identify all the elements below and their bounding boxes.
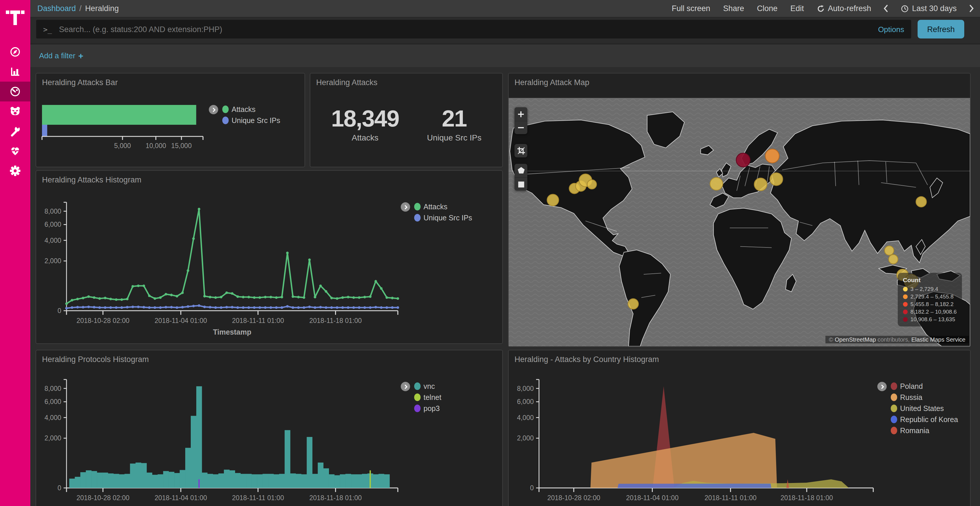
svg-text:2018-11-04 01:00: 2018-11-04 01:00 [154, 317, 207, 324]
bear-icon [10, 106, 21, 117]
legend-item[interactable]: Attacks [414, 201, 472, 212]
svg-text:5,000: 5,000 [114, 142, 131, 149]
add-filter-link[interactable]: Add a filter + [39, 51, 83, 60]
protocols-histogram-chart: 02,0004,0006,0008,0002018-10-28 02:00201… [36, 351, 503, 506]
share-button[interactable]: Share [717, 4, 751, 13]
legend-item[interactable]: Romania [891, 425, 958, 436]
svg-text:4,000: 4,000 [45, 237, 61, 244]
chart-legend: AttacksUnique Src IPs [209, 104, 280, 126]
sidebar-item-dashboard[interactable] [0, 82, 30, 102]
legend-expand-button[interactable] [209, 105, 218, 114]
chart-legend: vnctelnetpop3 [401, 381, 441, 414]
sidebar-item-visualize[interactable] [0, 62, 30, 82]
panel-title: Heralding Attacks Bar [42, 78, 118, 87]
draw-polygon-button[interactable] [514, 164, 527, 177]
svg-text:2018-11-04 01:00: 2018-11-04 01:00 [626, 494, 679, 501]
sidebar-item-discover[interactable] [0, 42, 30, 62]
legend-color-dot [414, 382, 421, 390]
sidebar-item-devtools[interactable] [0, 121, 30, 141]
edit-button[interactable]: Edit [784, 4, 811, 13]
legend-item[interactable]: Poland [891, 381, 958, 392]
refresh-button[interactable]: Refresh [918, 20, 964, 38]
time-back-button[interactable] [878, 4, 894, 13]
search-box: >_ Options [36, 20, 911, 38]
svg-text:15,000: 15,000 [171, 142, 192, 149]
metric-label: Attacks [331, 133, 399, 142]
search-input[interactable] [58, 24, 872, 34]
legend-item[interactable]: pop3 [414, 403, 441, 414]
breadcrumb-dashboard-link[interactable]: Dashboard [37, 4, 76, 13]
legend-color-dot [891, 404, 897, 412]
map-draw-controls [514, 164, 527, 190]
terminal-prompt-icon: >_ [43, 25, 52, 33]
svg-text:8,000: 8,000 [45, 385, 61, 392]
heartbeat-icon [10, 145, 21, 157]
legend-item[interactable]: telnet [414, 392, 441, 403]
panel-attack-map: Heralding Attack Map [508, 73, 970, 347]
world-map[interactable]: Count 3 – 2,729.42,729.4 – 5,455.85,455.… [509, 98, 970, 346]
map-legend-item: 2,729.4 – 5,455.8 [903, 293, 957, 300]
legend-item[interactable]: vnc [414, 381, 441, 392]
svg-text:6,000: 6,000 [45, 220, 61, 228]
svg-text:2,000: 2,000 [45, 434, 61, 442]
svg-text:2,000: 2,000 [517, 434, 534, 442]
clone-button[interactable]: Clone [751, 4, 784, 13]
openstreetmap-link[interactable]: OpenStreetMap [835, 336, 876, 343]
time-range-picker[interactable]: Last 30 days [894, 4, 963, 13]
panel-attacks-histogram: Heralding Attacks Histogram 02,0004,0006… [36, 170, 503, 344]
legend-item[interactable]: Attacks [222, 104, 280, 115]
map-legend-item: 10,908.6 – 13,635 [903, 316, 957, 323]
panel-title: Heralding Attack Map [514, 78, 589, 87]
sidebar-item-monitoring[interactable] [0, 141, 30, 161]
svg-text:2018-11-04 01:00: 2018-11-04 01:00 [154, 494, 207, 501]
zoom-in-button[interactable] [514, 107, 527, 121]
metric-attacks: 18,349 Attacks [331, 106, 399, 142]
legend-color-dot [414, 214, 421, 222]
svg-text:0: 0 [530, 484, 534, 492]
attack-location-bubble [547, 194, 559, 206]
map-legend-color-dot [903, 317, 908, 322]
svg-text:2018-10-28 02:00: 2018-10-28 02:00 [76, 494, 129, 501]
legend-expand-button[interactable] [401, 202, 410, 212]
full-screen-button[interactable]: Full screen [665, 4, 717, 13]
legend-color-dot [891, 416, 897, 423]
options-link[interactable]: Options [878, 25, 904, 33]
metric-label: Unique Src IPs [427, 133, 482, 142]
auto-refresh-button[interactable]: Auto-refresh [810, 4, 878, 13]
svg-text:2018-11-11 01:00: 2018-11-11 01:00 [232, 494, 284, 501]
zoom-out-button[interactable] [514, 121, 527, 134]
attack-location-bubble [885, 246, 894, 255]
svg-text:0: 0 [57, 307, 61, 314]
attack-location-bubble [916, 197, 926, 207]
sidebar-item-management[interactable] [0, 161, 30, 181]
sidebar-item-honeypot[interactable] [0, 102, 30, 121]
bar-chart-icon [10, 66, 21, 78]
svg-text:2018-11-11 01:00: 2018-11-11 01:00 [232, 317, 284, 324]
legend-expand-button[interactable] [401, 382, 410, 391]
legend-expand-button[interactable] [877, 382, 887, 391]
legend-item[interactable]: United States [891, 403, 958, 414]
legend-item[interactable]: Republic of Korea [891, 414, 958, 425]
legend-item[interactable]: Unique Src IPs [414, 212, 472, 223]
map-legend-color-dot [903, 287, 908, 291]
svg-text:8,000: 8,000 [45, 208, 61, 215]
time-forward-button[interactable] [963, 4, 980, 13]
svg-text:8,000: 8,000 [517, 385, 534, 392]
legend-item[interactable]: Unique Src IPs [222, 115, 280, 126]
crop-tool-button[interactable] [514, 144, 527, 157]
svg-text:4,000: 4,000 [45, 414, 61, 422]
attack-location-bubble [754, 178, 767, 191]
elastic-maps-service-link[interactable]: Elastic Maps Service [911, 336, 966, 343]
svg-text:2018-10-28 02:00: 2018-10-28 02:00 [76, 317, 129, 324]
svg-text:2018-11-11 01:00: 2018-11-11 01:00 [705, 494, 757, 501]
legend-item[interactable]: Russia [891, 392, 958, 403]
legend-color-dot [222, 106, 229, 113]
map-legend-color-dot [903, 309, 908, 314]
attack-location-bubble [770, 173, 783, 186]
draw-rectangle-button[interactable] [514, 177, 527, 190]
map-zoom-controls [514, 107, 527, 134]
legend-color-dot [414, 393, 421, 401]
panel-title: Heralding Attacks [316, 78, 377, 87]
attack-location-bubble [736, 153, 750, 167]
map-legend-item: 8,182.2 – 10,908.6 [903, 308, 957, 316]
